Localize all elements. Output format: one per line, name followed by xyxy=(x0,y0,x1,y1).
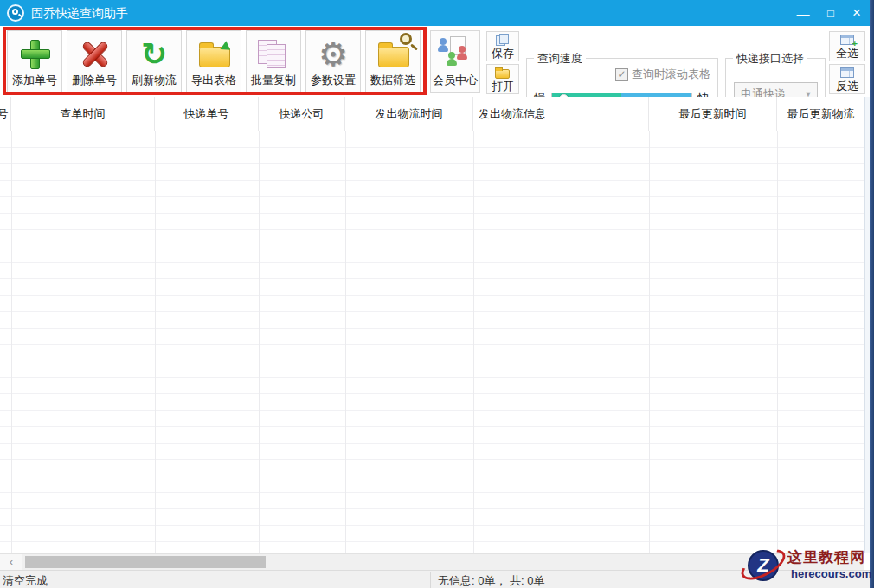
column-header-tracking-number[interactable]: 快递单号 xyxy=(155,97,259,131)
scroll-left-arrow-icon[interactable]: ‹ xyxy=(0,554,22,570)
button-label: 批量复制 xyxy=(251,73,296,88)
export-folder-icon xyxy=(195,36,233,73)
window-title: 固乔快递查询助手 xyxy=(31,6,128,22)
minimize-button[interactable]: — xyxy=(791,0,815,26)
open-folder-icon xyxy=(495,67,511,80)
horizontal-scrollbar[interactable]: ‹ xyxy=(0,553,864,570)
column-header-courier-company[interactable]: 快递公司 xyxy=(259,97,345,131)
status-message: 清空完成 xyxy=(3,573,48,588)
add-tracking-button[interactable]: 添加单号 xyxy=(7,30,62,93)
scroll-table-checkbox-row[interactable]: ✓ 查询时滚动表格 xyxy=(615,67,710,82)
button-label: 参数设置 xyxy=(311,73,356,88)
magnifier-lens xyxy=(12,9,18,15)
select-all-button[interactable]: + 全选 xyxy=(829,31,865,61)
invert-selection-grid-icon xyxy=(839,67,855,80)
save-icon xyxy=(495,34,511,47)
column-header-partial[interactable]: 号 xyxy=(0,97,11,131)
button-label: 导出表格 xyxy=(191,73,236,88)
magnifier-handle xyxy=(18,14,22,18)
button-label: 数据筛选 xyxy=(370,73,415,88)
column-header-query-time[interactable]: 查单时间 xyxy=(11,97,155,131)
gear-icon: ⚙ xyxy=(314,36,352,73)
button-label: 打开 xyxy=(492,80,514,93)
watermark: Z 这里教程网 herecours.com xyxy=(741,543,872,588)
group-title: 快递接口选择 xyxy=(733,51,807,67)
app-window: 固乔快递查询助手 — □ × 添加单号 删除单号 ↻ 刷新物流 导出表 xyxy=(0,0,874,588)
group-title: 查询速度 xyxy=(534,51,586,67)
watermark-site-name: 这里教程网 xyxy=(787,547,865,567)
button-label: 保存 xyxy=(492,47,514,60)
button-label: 删除单号 xyxy=(72,73,117,88)
button-label: 反选 xyxy=(836,80,858,93)
button-label: 会员中心 xyxy=(433,73,478,88)
data-filter-button[interactable]: 数据筛选 xyxy=(365,30,421,93)
status-divider xyxy=(430,572,431,588)
delete-icon xyxy=(75,36,113,73)
copy-icon xyxy=(254,36,292,73)
column-header-last-update-info[interactable]: 最后更新物流 xyxy=(777,97,864,131)
delete-tracking-button[interactable]: 删除单号 xyxy=(67,30,122,93)
watermark-site-url: herecours.com xyxy=(791,567,871,580)
settings-button[interactable]: ⚙ 参数设置 xyxy=(305,30,361,93)
refresh-logistics-button[interactable]: ↻ 刷新物流 xyxy=(126,30,182,93)
horizontal-scrollbar-thumb[interactable] xyxy=(25,556,266,568)
add-icon xyxy=(16,36,54,73)
status-counts: 无信息: 0单， 共: 0单 xyxy=(438,573,545,588)
toolbar: 添加单号 删除单号 ↻ 刷新物流 导出表格 批量复制 ⚙ 参数设置 xyxy=(0,26,874,97)
column-header-dispatch-time[interactable]: 发出物流时间 xyxy=(345,97,473,131)
maximize-button[interactable]: □ xyxy=(819,0,843,26)
filter-search-icon xyxy=(374,36,412,73)
invert-selection-button[interactable]: 反选 xyxy=(829,64,865,94)
close-button[interactable]: × xyxy=(845,0,869,26)
table-body[interactable] xyxy=(0,131,864,553)
open-button[interactable]: 打开 xyxy=(486,64,519,94)
column-header-dispatch-info[interactable]: 发出物流信息 xyxy=(473,97,649,131)
titlebar: 固乔快递查询助手 — □ × xyxy=(0,0,874,26)
column-header-last-update-time[interactable]: 最后更新时间 xyxy=(649,97,777,131)
member-center-button[interactable]: 会员中心 xyxy=(430,30,480,93)
window-right-border xyxy=(870,0,874,588)
refresh-icon: ↻ xyxy=(135,36,173,73)
batch-copy-button[interactable]: 批量复制 xyxy=(246,30,301,93)
export-table-button[interactable]: 导出表格 xyxy=(186,30,241,93)
checkbox-checked-icon[interactable]: ✓ xyxy=(615,68,628,81)
select-all-grid-icon: + xyxy=(839,34,855,47)
button-label: 刷新物流 xyxy=(132,73,177,88)
table-header-row: 号 查单时间 快递单号 快递公司 发出物流时间 发出物流信息 最后更新时间 最后… xyxy=(0,97,864,131)
app-logo-icon xyxy=(7,4,24,22)
member-center-icon xyxy=(436,36,474,73)
checkbox-label: 查询时滚动表格 xyxy=(632,67,710,82)
button-label: 添加单号 xyxy=(12,73,57,88)
button-label: 全选 xyxy=(836,47,858,60)
save-button[interactable]: 保存 xyxy=(486,31,519,61)
